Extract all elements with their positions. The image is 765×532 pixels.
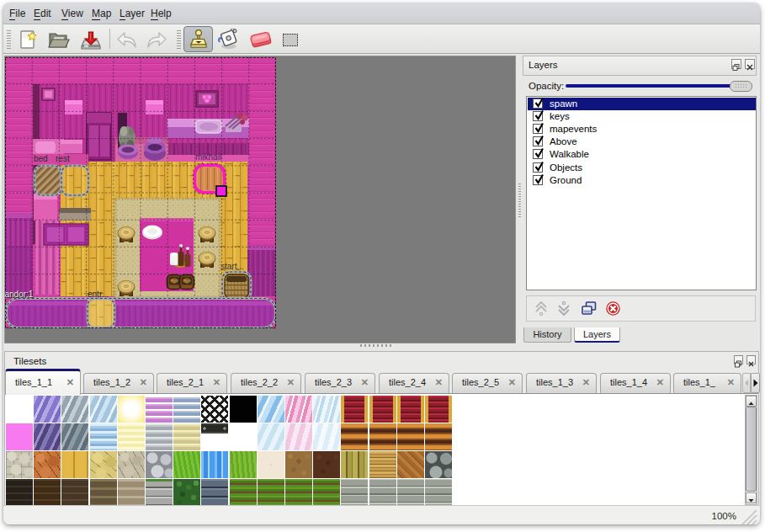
- svg-text:start...: start...: [220, 262, 244, 271]
- svg-text:andor:1: andor:1: [5, 290, 34, 299]
- svg-text:rest: rest: [56, 154, 70, 163]
- svg-text:mikhail: mikhail: [195, 152, 221, 162]
- svg-text:bed: bed: [34, 154, 48, 163]
- svg-text:entr...: entr...: [88, 290, 109, 299]
